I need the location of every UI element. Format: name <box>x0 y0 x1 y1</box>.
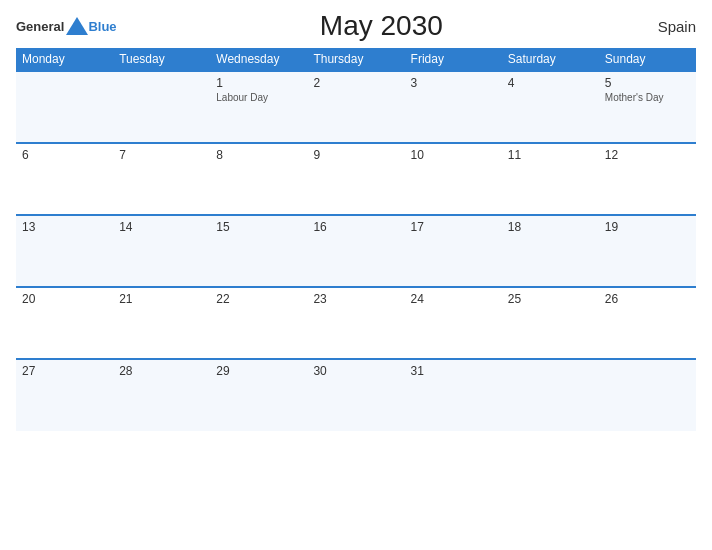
calendar-cell: 5Mother's Day <box>599 71 696 143</box>
day-number: 10 <box>411 148 496 162</box>
calendar-cell: 17 <box>405 215 502 287</box>
day-number: 4 <box>508 76 593 90</box>
calendar-cell: 19 <box>599 215 696 287</box>
calendar-header: Monday Tuesday Wednesday Thursday Friday… <box>16 48 696 71</box>
day-number: 17 <box>411 220 496 234</box>
header-monday: Monday <box>16 48 113 71</box>
calendar-cell <box>599 359 696 431</box>
calendar-cell: 31 <box>405 359 502 431</box>
calendar-cell: 18 <box>502 215 599 287</box>
calendar-cell <box>16 71 113 143</box>
calendar-cell: 9 <box>307 143 404 215</box>
header-thursday: Thursday <box>307 48 404 71</box>
day-number: 20 <box>22 292 107 306</box>
calendar-cell: 23 <box>307 287 404 359</box>
week-row-3: 13141516171819 <box>16 215 696 287</box>
day-number: 9 <box>313 148 398 162</box>
calendar-cell: 7 <box>113 143 210 215</box>
calendar-cell: 29 <box>210 359 307 431</box>
calendar-cell: 28 <box>113 359 210 431</box>
calendar-cell: 13 <box>16 215 113 287</box>
calendar-body: 1Labour Day2345Mother's Day6789101112131… <box>16 71 696 431</box>
day-number: 13 <box>22 220 107 234</box>
calendar-cell: 4 <box>502 71 599 143</box>
day-number: 7 <box>119 148 204 162</box>
day-number: 12 <box>605 148 690 162</box>
header-friday: Friday <box>405 48 502 71</box>
calendar-cell <box>502 359 599 431</box>
calendar-cell: 8 <box>210 143 307 215</box>
week-row-2: 6789101112 <box>16 143 696 215</box>
calendar-cell: 1Labour Day <box>210 71 307 143</box>
day-number: 2 <box>313 76 398 90</box>
day-number: 1 <box>216 76 301 90</box>
day-number: 11 <box>508 148 593 162</box>
logo-blue-text: Blue <box>88 19 116 34</box>
day-number: 3 <box>411 76 496 90</box>
calendar-cell: 27 <box>16 359 113 431</box>
header: General Blue May 2030 Spain <box>16 10 696 42</box>
day-number: 24 <box>411 292 496 306</box>
day-number: 29 <box>216 364 301 378</box>
logo-icon <box>66 17 88 35</box>
day-number: 18 <box>508 220 593 234</box>
calendar-cell: 3 <box>405 71 502 143</box>
calendar-table: Monday Tuesday Wednesday Thursday Friday… <box>16 48 696 431</box>
calendar-cell: 21 <box>113 287 210 359</box>
week-row-4: 20212223242526 <box>16 287 696 359</box>
calendar-cell: 30 <box>307 359 404 431</box>
header-sunday: Sunday <box>599 48 696 71</box>
calendar-cell: 12 <box>599 143 696 215</box>
calendar-title: May 2030 <box>117 10 646 42</box>
calendar-cell: 26 <box>599 287 696 359</box>
calendar-cell: 6 <box>16 143 113 215</box>
day-number: 21 <box>119 292 204 306</box>
week-row-1: 1Labour Day2345Mother's Day <box>16 71 696 143</box>
calendar-cell: 24 <box>405 287 502 359</box>
calendar-cell: 22 <box>210 287 307 359</box>
day-number: 25 <box>508 292 593 306</box>
header-saturday: Saturday <box>502 48 599 71</box>
weekday-header-row: Monday Tuesday Wednesday Thursday Friday… <box>16 48 696 71</box>
day-number: 27 <box>22 364 107 378</box>
day-number: 30 <box>313 364 398 378</box>
day-number: 23 <box>313 292 398 306</box>
calendar-cell <box>113 71 210 143</box>
svg-marker-0 <box>66 17 88 35</box>
calendar-cell: 16 <box>307 215 404 287</box>
day-number: 14 <box>119 220 204 234</box>
day-number: 16 <box>313 220 398 234</box>
country-label: Spain <box>646 18 696 35</box>
day-number: 15 <box>216 220 301 234</box>
day-number: 6 <box>22 148 107 162</box>
day-number: 5 <box>605 76 690 90</box>
calendar-cell: 25 <box>502 287 599 359</box>
day-number: 8 <box>216 148 301 162</box>
holiday-label: Mother's Day <box>605 92 690 103</box>
day-number: 28 <box>119 364 204 378</box>
logo: General Blue <box>16 17 117 35</box>
calendar-cell: 14 <box>113 215 210 287</box>
day-number: 31 <box>411 364 496 378</box>
logo-general-text: General <box>16 19 64 34</box>
calendar-cell: 11 <box>502 143 599 215</box>
calendar-cell: 10 <box>405 143 502 215</box>
calendar-cell: 15 <box>210 215 307 287</box>
day-number: 26 <box>605 292 690 306</box>
day-number: 19 <box>605 220 690 234</box>
header-wednesday: Wednesday <box>210 48 307 71</box>
week-row-5: 2728293031 <box>16 359 696 431</box>
holiday-label: Labour Day <box>216 92 301 103</box>
calendar-cell: 2 <box>307 71 404 143</box>
header-tuesday: Tuesday <box>113 48 210 71</box>
day-number: 22 <box>216 292 301 306</box>
calendar-page: General Blue May 2030 Spain Monday Tuesd… <box>0 0 712 550</box>
calendar-cell: 20 <box>16 287 113 359</box>
